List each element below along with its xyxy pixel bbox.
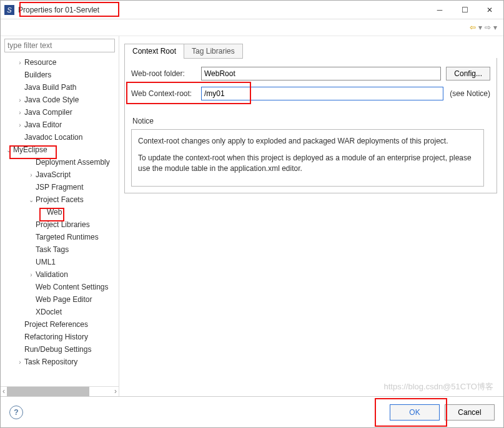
forward-icon[interactable]: ⇨ (485, 23, 491, 32)
tree-item-label: Web Page Editor (36, 295, 92, 304)
tree-item-label: Deployment Assembly (36, 158, 110, 167)
tree-item-label: JSP Fragment (36, 183, 83, 192)
forward-menu-icon[interactable]: ▾ (493, 23, 497, 32)
tree-item[interactable]: Web (1, 206, 119, 218)
app-icon: S (4, 5, 14, 15)
close-button[interactable]: ✕ (477, 1, 502, 19)
notice-p2: To update the context-root when this pro… (138, 153, 477, 174)
sidebar: ›ResourceBuildersJava Build Path›Java Co… (1, 36, 119, 396)
tree-item-label: Refactoring History (24, 333, 88, 341)
filter-input[interactable] (4, 39, 115, 52)
titlebar: S Properties for 01-Servlet ─ ☐ ✕ (1, 1, 503, 19)
tree-item[interactable]: Web Page Editor (1, 293, 119, 306)
chevron-down-icon[interactable]: ⌄ (27, 197, 36, 203)
cancel-button[interactable]: Cancel (445, 404, 495, 421)
tree-item[interactable]: ›Validation (1, 268, 119, 281)
context-root-panel: Web-root folder: Config... Web Context-r… (124, 58, 497, 193)
tree-item-label: Project Facets (36, 195, 84, 204)
tree-item-label: Project References (24, 320, 88, 329)
bottom-bar: ? OK Cancel (1, 396, 503, 427)
tab[interactable]: Tag Libraries (184, 44, 243, 59)
tab[interactable]: Context Root (124, 44, 184, 59)
chevron-down-icon[interactable]: ⌄ (4, 147, 13, 153)
tree-item-label: Task Repository (24, 357, 77, 366)
notice-p1: Context-root changes only apply to explo… (138, 136, 477, 147)
contextroot-label: Web Context-root: (131, 89, 201, 98)
tree-item-label: UML1 (36, 258, 56, 266)
tree-item[interactable]: UML1 (1, 256, 119, 268)
chevron-right-icon[interactable]: › (16, 59, 24, 66)
config-button[interactable]: Config... (446, 67, 490, 80)
chevron-right-icon[interactable]: › (16, 359, 24, 366)
tree-item-label: Task Tags (36, 245, 69, 254)
tree-item[interactable]: ›Java Code Style (1, 94, 119, 106)
tree-item-label: XDoclet (36, 308, 62, 316)
tree-item-label: Targeted Runtimes (36, 233, 99, 241)
tree-item-label: Web (47, 208, 62, 216)
tree-item-label: Web Content Settings (36, 283, 109, 291)
tree-item[interactable]: JSP Fragment (1, 181, 119, 193)
notice-heading: Notice (132, 117, 490, 125)
back-icon[interactable]: ⇦ (470, 23, 476, 32)
tree-item[interactable]: Refactoring History (1, 331, 119, 343)
tree-item-label: MyEclipse (13, 145, 47, 154)
help-icon[interactable]: ? (9, 406, 23, 419)
chevron-right-icon[interactable]: › (16, 122, 24, 129)
tree-item-label: Resource (24, 58, 56, 67)
tree-item[interactable]: Javadoc Location (1, 131, 119, 143)
tree-item[interactable]: Task Tags (1, 243, 119, 256)
content-area: Context RootTag Libraries Web-root folde… (119, 36, 503, 396)
tree-item-label: Java Compiler (24, 108, 72, 117)
nav-toolbar: ⇦ ▾ ⇨ ▾ (1, 19, 503, 36)
chevron-right-icon[interactable]: › (16, 97, 24, 104)
webroot-input[interactable] (201, 67, 441, 80)
tree-item[interactable]: Targeted Runtimes (1, 231, 119, 243)
dialog-body: ›ResourceBuildersJava Build Path›Java Co… (1, 36, 503, 396)
webroot-row: Web-root folder: Config... (131, 67, 490, 80)
window-buttons: ─ ☐ ✕ (427, 1, 502, 19)
tree-item[interactable]: Deployment Assembly (1, 156, 119, 168)
properties-tree[interactable]: ›ResourceBuildersJava Build Path›Java Co… (1, 55, 119, 386)
tree-item[interactable]: Java Build Path (1, 81, 119, 94)
tree-item-label: JavaScript (36, 170, 71, 179)
tree-item[interactable]: Project References (1, 318, 119, 331)
tree-item-label: Validation (36, 270, 68, 279)
window-title: Properties for 01-Servlet (18, 6, 427, 14)
tree-item-label: Run/Debug Settings (24, 345, 91, 354)
tree-item[interactable]: Web Content Settings (1, 281, 119, 293)
tree-item[interactable]: ›JavaScript (1, 168, 119, 181)
chevron-right-icon[interactable]: › (27, 172, 36, 178)
tree-item[interactable]: ›Java Editor (1, 119, 119, 131)
contextroot-input[interactable] (201, 87, 443, 100)
tree-item-label: Project Libraries (36, 220, 90, 229)
tree-item-label: Builders (24, 71, 51, 79)
tree-item[interactable]: ›Java Compiler (1, 106, 119, 119)
ok-button[interactable]: OK (390, 404, 440, 421)
tree-item[interactable]: ⌄MyEclipse (1, 143, 119, 156)
tree-item[interactable]: Project Libraries (1, 218, 119, 231)
tree-item[interactable]: Run/Debug Settings (1, 343, 119, 356)
tree-item-label: Javadoc Location (24, 133, 82, 142)
webroot-label: Web-root folder: (131, 69, 201, 78)
chevron-right-icon[interactable]: › (16, 109, 24, 116)
tree-item[interactable]: Builders (1, 69, 119, 81)
back-menu-icon[interactable]: ▾ (478, 23, 482, 32)
minimize-button[interactable]: ─ (427, 1, 452, 19)
contextroot-row: Web Context-root: (see Notice) (131, 87, 490, 100)
properties-dialog: S Properties for 01-Servlet ─ ☐ ✕ ⇦ ▾ ⇨ … (0, 0, 504, 428)
tree-item[interactable]: ›Resource (1, 56, 119, 69)
tree-item-label: Java Code Style (24, 95, 79, 104)
notice-box: Context-root changes only apply to explo… (131, 129, 484, 187)
maximize-button[interactable]: ☐ (452, 1, 477, 19)
tree-item-label: Java Editor (24, 120, 62, 129)
tree-item[interactable]: ⌄Project Facets (1, 193, 119, 206)
watermark-text: https://blog.csdn@51CTO博客 (383, 381, 493, 392)
tree-item[interactable]: XDoclet (1, 306, 119, 318)
tree-item[interactable]: ›Task Repository (1, 356, 119, 368)
sidebar-scrollbar[interactable]: ‹ › (1, 386, 119, 396)
chevron-right-icon[interactable]: › (27, 271, 36, 278)
tab-strip: Context RootTag Libraries (124, 44, 503, 59)
tree-item-label: Java Build Path (24, 83, 76, 92)
see-notice-text: (see Notice) (450, 89, 490, 98)
